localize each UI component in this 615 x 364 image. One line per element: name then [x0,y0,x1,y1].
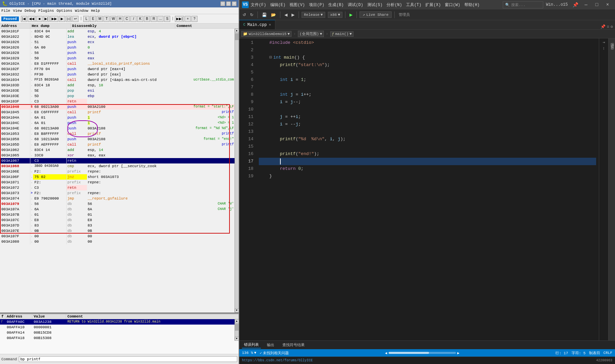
redo-btn[interactable]: ↻ [249,12,255,18]
settings-icon[interactable]: ⚙ [611,24,613,29]
menu-project-vs[interactable]: 项目(P) [309,2,325,8]
table-row[interactable]: 003A1040 $ 68 00213A00 push 003A2100 for… [0,104,235,110]
table-row[interactable]: 003A1072 . C3 retn [0,185,235,190]
stack-scroll-thumb[interactable] [235,324,239,331]
stack-row[interactable]: 00AFFA10 00000001 [0,325,235,330]
restart-btn[interactable]: |◀ [21,16,27,22]
scope-dropdown[interactable]: (全局范围) ▼ [298,31,324,37]
table-row[interactable]: 003A107C . E8 db E8 [0,217,235,223]
stack-row[interactable]: 00AFFA18 00B15308 [0,335,235,341]
table-row[interactable]: 003A1022 . 8D4D 0C lea ecx, dword ptr [e… [0,34,235,39]
stack-row[interactable]: 00AFFA14 00B15CD8 [0,330,235,335]
table-row[interactable]: 003A107E . 0B db 0B [0,228,235,234]
exec-btn[interactable]: ↩ [72,16,79,22]
vs-search-box[interactable]: 🔍 搜索... [503,1,543,8]
step-in-btn[interactable]: ▶| [43,16,50,22]
admin-btn[interactable]: 管理员 [397,11,411,18]
menu-edit-vs[interactable]: 编辑(E) [270,2,286,8]
menu-options[interactable]: Options [57,9,72,13]
table-row[interactable]: 003A107D . 83 db 83 [0,223,235,228]
stop-btn[interactable]: ■ [36,16,42,22]
menu-plugins[interactable]: Plugins [38,9,54,13]
indent-indicator[interactable]: 制表符 [589,351,600,356]
btn-e[interactable]: E [90,16,96,22]
scroll-down-btn[interactable]: ▼ [235,308,239,312]
scroll-right-icon[interactable]: ▶ [457,351,460,355]
olly-restore-btn[interactable]: □ [226,1,231,6]
tab-close-btn[interactable]: × [269,23,271,27]
table-row[interactable]: 003A104A . 6A 01 push 1 <%d> = 1 [0,115,235,120]
table-row[interactable]: 003A107F . 00 db 00 [0,234,235,239]
table-row[interactable]: 003A1080 . 00 db 00 [0,239,235,244]
btn-b[interactable]: B [144,16,150,22]
collapse-all-icon[interactable]: ⇥ [603,40,605,45]
error-list-tab[interactable]: 错误列表 [242,341,261,348]
menu-file[interactable]: File [1,9,10,13]
table-row[interactable]: 003A1065 . 33C0 xor eax, eax [0,153,235,158]
tab-pin-icon[interactable]: 📌 [601,24,606,29]
table-row[interactable]: 003A107B . 01 db 01 [0,212,235,217]
table-row[interactable]: 003A102A . E8 D1FFFFFF call __local_stdi… [0,61,235,66]
table-row[interactable]: 003A1071 . F2: prefix repne: [0,180,235,185]
table-row[interactable]: 003A1062 . 83C4 14 add esp, 14 [0,147,235,153]
table-row[interactable]: 003A104E . 68 00213A00 push 003A2108 for… [0,126,235,131]
step-over-btn[interactable]: ▶▶ [50,16,58,22]
table-row[interactable]: 003A1068 . 3B0D 04303A0 cmp ecx, dword p… [0,163,235,169]
table-row[interactable]: 003A103E . 5E pop esi [0,88,235,93]
table-row[interactable]: 003A104C . 6A 01 push 1 <%d> = 1 [0,120,235,126]
btn-l[interactable]: L [83,16,89,22]
run-debugger-btn[interactable]: ▶ [348,12,354,18]
step-back-btn[interactable]: ◀◀ [28,16,36,22]
back-nav-btn[interactable]: ◀ [283,12,289,18]
tab-main-cpp[interactable]: C Main.cpp × [239,20,275,29]
btn-t[interactable]: T [103,16,110,22]
menu-view-vs[interactable]: 视图(V) [289,2,305,8]
disasm-scrollbar[interactable]: ▲ ▼ [235,29,239,312]
menu-extensions-vs[interactable]: 扩展(X) [425,2,441,8]
undo-btn[interactable]: ↺ [241,12,247,18]
table-row[interactable]: 003A106F . 75 02 jnz short 003A1073 [0,174,235,180]
project-dropdown[interactable]: 📁 Win32lldasmDemo15 ▼ [241,31,291,37]
olly-minimize-btn[interactable]: — [220,1,225,6]
menu-help-vs[interactable]: 帮助(H) [464,2,480,8]
menu-tools-vs[interactable]: 工具(T) [406,2,422,8]
btn-s[interactable]: S [164,16,170,22]
command-input[interactable] [19,356,237,362]
menu-file-vs[interactable]: 文件(F) [251,2,266,8]
btn-w[interactable]: W [110,16,116,22]
config-dropdown[interactable]: Release ▼ [302,12,325,18]
btn-r[interactable]: R [151,16,157,22]
vs-minimize-btn[interactable]: — [581,0,591,9]
table-row[interactable]: 003A1073 > F2: prefix repne: [0,190,235,196]
table-row[interactable]: 003A1045 . E8 C6FFFFFF call printf print… [0,110,235,115]
expand-all-icon[interactable]: ↕ [603,46,605,51]
tab-overflow-icon[interactable]: ≡ [607,25,609,29]
btn-c[interactable]: C [124,16,130,22]
table-row[interactable]: 003A103F . C3 retn [0,99,235,104]
run-to-btn[interactable]: ▷| [66,16,72,22]
menu-help[interactable]: Help [91,9,100,13]
menu-window[interactable]: Window [75,9,88,13]
table-row[interactable]: 003A1028 . 56 push esi [0,50,235,56]
vs-close-btn[interactable]: × [603,0,612,9]
menu-debug-vs[interactable]: 调试(D) [348,2,363,8]
table-row[interactable]: 003A103D . 83C4 18 add esp, 18 [0,83,235,88]
btn-run-script[interactable]: ▶▶| [175,16,184,22]
table-row[interactable]: 003A1067 . C3 retn [0,158,235,163]
notification-url[interactable]: https://bbs.csdn.net/forums/OllyICE [242,359,313,362]
table-row[interactable]: 003A1034 . FF15 B0203A0 call dword ptr [… [0,77,235,83]
table-row[interactable]: 003A102F . FF70 04 push dword ptr [eax+4… [0,66,235,72]
stack-row[interactable]: f 00AFFA0C 003A1238 RETURN to Win32lld.0… [0,319,235,325]
stack-scroll-up[interactable]: ▲ [235,319,239,323]
btn-slash[interactable]: / [130,16,136,22]
scroll-left-icon[interactable]: ◀ [385,351,387,355]
col-indicator[interactable]: 字符: 5 [572,351,586,356]
table-row[interactable]: 003A1026 . 6A 00 push 0 [0,45,235,50]
menu-view[interactable]: View [13,9,22,13]
stack-scroll-down[interactable]: ▼ [235,337,239,341]
scroll-up-btn[interactable]: ▲ [235,29,239,33]
table-row[interactable]: 003A1026 . 51 push ecx [0,39,235,45]
table-row[interactable]: 003A1074 . E9 79020000 jmp __report_gsfa… [0,196,235,201]
btn-question[interactable]: ? [191,16,197,22]
menu-test-vs[interactable]: 测试(S) [367,2,383,8]
